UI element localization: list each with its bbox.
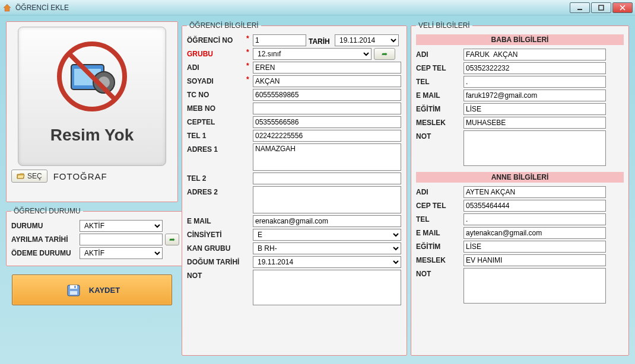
anne-tel-label: TEL [416, 213, 463, 223]
dogum-select[interactable]: 19.11.2014 [253, 256, 401, 268]
save-label: KAYDET [89, 286, 120, 295]
photo-placeholder: Resim Yok [18, 27, 166, 166]
grubu-select[interactable]: 12.sınıf [253, 48, 372, 60]
anne-header: ANNE BİLGİLERİ [416, 172, 624, 183]
anne-adi-input[interactable] [463, 186, 606, 198]
baba-adi-input[interactable] [463, 49, 606, 60]
svg-rect-12 [70, 291, 77, 295]
baba-not-label: NOT [416, 130, 463, 141]
ceptel-input[interactable] [253, 116, 401, 128]
dogum-label: DOĞUM TARİHİ [187, 256, 246, 266]
photo-fieldset: Resim Yok SEÇ FOTOĞRAF [6, 21, 178, 202]
adres2-input[interactable] [253, 186, 401, 213]
tcno-label: TC NO [187, 89, 246, 99]
tarih-select[interactable]: 19.11.2014 [335, 34, 399, 46]
grubu-go-button[interactable] [374, 48, 395, 60]
soyadi-input[interactable] [253, 75, 401, 87]
anne-ceptel-label: CEP TEL [416, 200, 463, 210]
cinsiyet-label: CİNSİYETİ [187, 229, 246, 239]
no-photo-icon [53, 38, 131, 115]
tel2-input[interactable] [253, 173, 401, 184]
adi-input[interactable] [253, 62, 401, 74]
baba-email-input[interactable] [463, 90, 606, 101]
svg-rect-1 [599, 5, 604, 10]
baba-meslek-label: MESLEK [416, 117, 463, 127]
arrow-icon [382, 50, 388, 58]
durumu-select[interactable]: AKTİF [80, 220, 163, 232]
ayrilma-go-button[interactable] [165, 234, 179, 245]
ogrenci-no-input[interactable] [253, 34, 306, 46]
odeme-select[interactable]: AKTİF [80, 247, 163, 259]
adres2-label: ADRES 2 [187, 186, 246, 196]
window-title: ÖĞRENCİ EKLE [15, 4, 69, 12]
maximize-button[interactable] [591, 2, 611, 13]
anne-egitim-label: EĞİTİM [416, 241, 463, 251]
save-button[interactable]: KAYDET [12, 274, 172, 305]
required-mark: * [246, 75, 251, 84]
folder-open-icon [17, 172, 25, 180]
tarih-label: TARİH [309, 36, 332, 46]
baba-egitim-label: EĞİTİM [416, 103, 463, 113]
baba-tel-input[interactable] [463, 76, 606, 88]
baba-email-label: E MAIL [416, 90, 463, 100]
baba-egitim-input[interactable] [463, 103, 606, 115]
adi-label: ADI [187, 62, 246, 72]
durum-fieldset: ÖĞRENCİ DURUMU DURUMU AKTİF AYRILMA TARİ… [6, 207, 185, 266]
tel1-label: TEL 1 [187, 130, 246, 140]
ayrilma-label: AYRILMA TARİHİ [11, 234, 80, 244]
ogrenci-fieldset: ÖĞRENCİ BİLGİLERİ ÖĞRENCİ NO * TARİH 19.… [182, 21, 407, 356]
baba-ceptel-label: CEP TEL [416, 62, 463, 72]
baba-ceptel-input[interactable] [463, 62, 606, 74]
app-icon [2, 3, 12, 12]
anne-tel-input[interactable] [463, 213, 606, 225]
ogrenci-not-label: NOT [187, 270, 246, 280]
anne-not-input[interactable] [463, 268, 606, 304]
close-button[interactable] [612, 2, 633, 13]
soyadi-label: SOYADI [187, 75, 246, 85]
cinsiyet-select[interactable]: E [253, 229, 401, 241]
ogrenci-legend: ÖĞRENCİ BİLGİLERİ [187, 21, 261, 30]
required-mark: * [246, 48, 251, 56]
anne-meslek-input[interactable] [463, 254, 606, 266]
arrow-icon [169, 235, 175, 244]
adres1-input[interactable]: NAMAZGAH [253, 143, 401, 171]
required-mark: * [246, 34, 251, 43]
baba-adi-label: ADI [416, 49, 463, 59]
no-photo-text: Resim Yok [50, 126, 134, 145]
select-photo-button[interactable]: SEÇ [11, 170, 47, 183]
email-label: E MAIL [187, 215, 246, 225]
veli-legend: VELİ BİLGİLERİ [416, 21, 472, 30]
anne-email-label: E MAIL [416, 227, 463, 237]
durumu-label: DURUMU [11, 220, 80, 230]
grubu-label: GRUBU [187, 48, 246, 58]
svg-rect-13 [74, 286, 76, 288]
baba-tel-label: TEL [416, 76, 463, 86]
ogrenci-not-input[interactable] [253, 270, 401, 305]
durum-legend: ÖĞRENCİ DURUMU [11, 207, 83, 215]
tel2-label: TEL 2 [187, 173, 246, 183]
odeme-label: ÖDEME DURUMU [11, 247, 80, 257]
anne-meslek-label: MESLEK [416, 254, 463, 264]
baba-not-input[interactable] [463, 130, 606, 166]
adres1-label: ADRES 1 [187, 143, 246, 154]
minimize-button[interactable] [570, 2, 590, 13]
save-icon [64, 280, 83, 299]
kan-select[interactable]: B RH- [253, 242, 401, 254]
anne-egitim-input[interactable] [463, 241, 606, 253]
baba-meslek-input[interactable] [463, 117, 606, 129]
anne-not-label: NOT [416, 268, 463, 278]
anne-ceptel-input[interactable] [463, 200, 606, 212]
select-photo-label: SEÇ [27, 172, 42, 180]
anne-email-input[interactable] [463, 227, 606, 239]
kan-label: KAN GRUBU [187, 242, 246, 253]
baba-header: BABA BİLGİLERİ [416, 34, 624, 45]
ceptel-label: CEPTEL [187, 116, 246, 126]
anne-adi-label: ADI [416, 186, 463, 196]
tel1-input[interactable] [253, 130, 401, 142]
svg-rect-11 [70, 285, 77, 289]
tcno-input[interactable] [253, 89, 401, 101]
email-input[interactable] [253, 215, 401, 227]
ayrilma-input[interactable] [80, 234, 163, 245]
photo-label: FOTOĞRAF [53, 171, 107, 181]
mebno-input[interactable] [253, 103, 401, 114]
